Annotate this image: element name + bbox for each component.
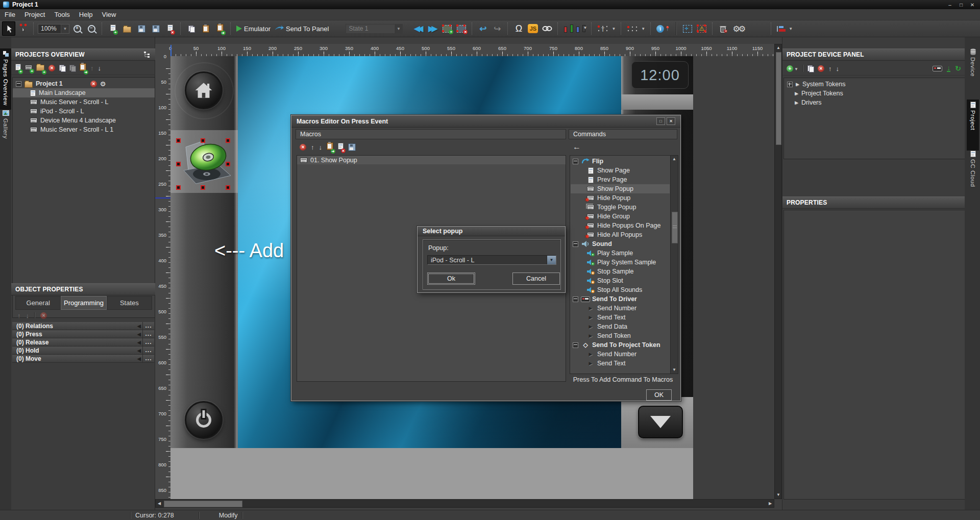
commands-group-row[interactable]: ◇Send To Project Token (571, 340, 670, 350)
select-tool-button[interactable] (2, 21, 15, 36)
paste-button[interactable] (199, 21, 212, 36)
design-clock[interactable]: 12:00 (631, 61, 689, 89)
menu-view[interactable]: View (97, 10, 121, 19)
event-row-press[interactable]: (0) Press ◀ ... (12, 330, 154, 338)
selection-handle-ne[interactable] (226, 138, 230, 143)
copy-item-button[interactable] (59, 65, 65, 71)
commands-scrollbar[interactable]: ▲ ▼ (670, 156, 678, 374)
move-up-button[interactable]: ↑ (17, 312, 21, 319)
duplicate-item-button[interactable] (69, 65, 76, 71)
scroll-up-arrow[interactable]: ▲ (775, 45, 782, 51)
macros-ok-button[interactable]: OK (646, 389, 672, 401)
tree-row-drivers[interactable]: ▶ Drivers (784, 98, 965, 107)
add-folder-button[interactable]: + (36, 63, 44, 72)
menu-help[interactable]: Help (75, 10, 97, 19)
selection-handle-e[interactable] (226, 162, 230, 166)
tab-project[interactable]: Project (967, 100, 979, 151)
scroll-down-arrow[interactable]: ▼ (775, 492, 782, 498)
tree-row-project-tokens[interactable]: ▶ Project Tokens (784, 89, 965, 98)
commands-group-row[interactable]: Sound (571, 239, 670, 249)
clear-macros-button[interactable]: ✕ (338, 143, 344, 151)
scroll-down-arrow[interactable]: ▼ (671, 367, 678, 373)
design-down-arrow-button[interactable] (638, 406, 683, 438)
tab-gc-cloud[interactable]: GC Cloud (967, 148, 979, 206)
menu-file[interactable]: File (0, 10, 20, 19)
command-row[interactable]: Show Popup (571, 184, 670, 193)
tab-pages-overview[interactable]: Pages Overview (0, 48, 11, 110)
command-row[interactable]: Stop All Sounds (571, 285, 670, 294)
delete-item-button[interactable]: ✕ (48, 65, 55, 71)
vertical-scroll-thumb[interactable] (776, 52, 781, 145)
tab-device[interactable]: Device (967, 46, 979, 102)
object-info-button[interactable]: i📍 (655, 21, 672, 36)
selection-handle-sw[interactable] (176, 185, 181, 190)
command-row[interactable]: ✱Hide Popup (571, 193, 670, 203)
command-row[interactable]: ▶Send Number (571, 350, 670, 359)
zoom-out-button[interactable]: − (85, 21, 98, 36)
back-arrow-icon[interactable]: ← (573, 142, 581, 152)
command-row[interactable]: Play Sample (571, 249, 670, 258)
save-macros-button[interactable] (348, 143, 356, 151)
tree-row-project-root[interactable]: Project 1 ✕ ⚙ (13, 79, 155, 88)
left-triangle-icon[interactable]: ◀ (137, 356, 142, 361)
macro-item-row[interactable]: 01. Show Popup (297, 156, 566, 164)
state-flag-button[interactable]: ▼ (775, 21, 794, 36)
scroll-up-arrow[interactable]: ▲ (671, 156, 678, 162)
command-row[interactable]: ✱Hide Popups On Page (571, 221, 670, 230)
device-chip-icon[interactable] (933, 66, 942, 71)
design-power-button[interactable] (185, 401, 223, 439)
left-triangle-icon[interactable]: ◀ (137, 348, 142, 353)
add-state-button[interactable]: + (440, 21, 454, 36)
add-driver-button[interactable]: +▼ (787, 65, 798, 72)
selection-handle-n[interactable] (201, 138, 205, 143)
collapse-icon[interactable] (573, 296, 578, 302)
tab-gallery[interactable]: Gallery (0, 108, 11, 143)
script-editor-button[interactable]: JS (526, 21, 540, 36)
selection-handle-s[interactable] (201, 185, 205, 190)
new-page-button[interactable]: + (106, 21, 119, 36)
horizontal-scroll-thumb[interactable] (164, 501, 242, 507)
command-row[interactable]: Stop Slot (571, 276, 670, 285)
command-row[interactable]: ✱Hide Group (571, 212, 670, 221)
next-state-button[interactable]: ▶▶ (426, 21, 439, 36)
menu-project[interactable]: Project (20, 10, 50, 19)
collapse-icon[interactable] (573, 159, 578, 164)
collapse-icon[interactable] (573, 342, 578, 348)
command-row[interactable]: ▶Send Data (571, 322, 670, 331)
more-button[interactable]: ... (142, 322, 154, 330)
command-row[interactable]: ▶Send Text (571, 313, 670, 322)
expand-icon[interactable] (787, 82, 793, 87)
command-row[interactable]: ✱Hide All Popups (571, 230, 670, 239)
paste-macro-button[interactable]: ➜ (327, 142, 333, 152)
select-popup-ok-button[interactable]: Ok (427, 273, 475, 285)
menu-tools[interactable]: Tools (50, 10, 74, 19)
tree-row-music-server-1[interactable]: Music Server - Scroll - L 1 (13, 125, 155, 134)
event-row-relations[interactable]: (0) Relations ◀ ... (12, 322, 154, 330)
selection-handle-w[interactable] (176, 162, 181, 166)
command-row[interactable]: Stop Sample (571, 267, 670, 276)
select-popup-titlebar[interactable]: Select popup (418, 227, 565, 236)
selection-handle-se[interactable] (226, 185, 230, 190)
close-button[interactable]: ✕ (969, 2, 976, 8)
open-project-button[interactable] (120, 21, 134, 36)
more-button[interactable]: ... (142, 355, 154, 362)
design-home-button[interactable] (185, 71, 223, 109)
move-down-button[interactable]: ↓ (26, 312, 30, 319)
redo-button[interactable]: ↪ (491, 21, 504, 36)
collapse-icon[interactable] (573, 241, 578, 247)
settings-button[interactable]: ⚙⚙ (731, 21, 746, 36)
align-button[interactable]: ▼ (562, 21, 587, 36)
event-row-release[interactable]: (0) Release ◀ ... (12, 338, 154, 346)
horizontal-scrollbar[interactable]: ◀ ▶ (155, 499, 774, 508)
commands-group-row[interactable]: Flip (571, 157, 670, 166)
move-up-button[interactable]: ↑ (828, 65, 832, 72)
left-triangle-icon[interactable]: ◀ (137, 332, 142, 337)
tree-row-device-menu[interactable]: Device Menu 4 Landscape (13, 116, 155, 125)
tab-general[interactable]: General (15, 296, 61, 310)
snap-text-button[interactable]: T ▼ (596, 21, 617, 36)
command-row[interactable]: Show Page (571, 166, 670, 175)
tree-row-music-server[interactable]: Music Server - Scroll - L (13, 97, 155, 107)
move-down-button[interactable]: ↓ (98, 64, 102, 72)
zoom-level-combo[interactable]: 100% ▼ (38, 24, 69, 34)
add-page-button[interactable]: + (15, 64, 21, 72)
